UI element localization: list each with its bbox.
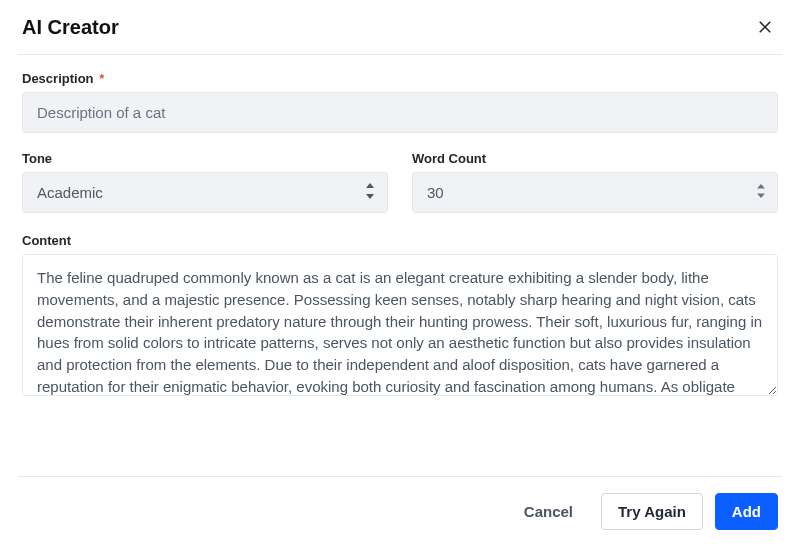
- tone-wordcount-row: Tone Academic Word Count: [22, 151, 778, 213]
- word-count-field: Word Count: [412, 151, 778, 213]
- tone-select-wrap: Academic: [22, 172, 388, 213]
- word-count-input[interactable]: [412, 172, 778, 213]
- try-again-button[interactable]: Try Again: [601, 493, 703, 530]
- content-label: Content: [22, 233, 778, 248]
- tone-field: Tone Academic: [22, 151, 388, 213]
- dialog-footer: Cancel Try Again Add: [18, 476, 782, 548]
- dialog-header: AI Creator: [0, 0, 800, 54]
- tone-label: Tone: [22, 151, 388, 166]
- tone-select[interactable]: Academic: [22, 172, 388, 213]
- add-button[interactable]: Add: [715, 493, 778, 530]
- word-count-label: Word Count: [412, 151, 778, 166]
- description-label: Description *: [22, 71, 778, 86]
- content-field: Content The feline quadruped commonly kn…: [22, 233, 778, 400]
- description-input[interactable]: [22, 92, 778, 133]
- required-mark: *: [99, 71, 104, 86]
- ai-creator-dialog: AI Creator Description * Tone Academic: [0, 0, 800, 548]
- dialog-title: AI Creator: [22, 16, 119, 39]
- cancel-button[interactable]: Cancel: [508, 494, 589, 529]
- close-icon: [756, 24, 774, 39]
- content-textarea[interactable]: The feline quadruped commonly known as a…: [22, 254, 778, 396]
- word-count-wrap: [412, 172, 778, 213]
- close-button[interactable]: [752, 14, 778, 40]
- description-label-text: Description: [22, 71, 94, 86]
- dialog-body: Description * Tone Academic Word Count: [0, 55, 800, 476]
